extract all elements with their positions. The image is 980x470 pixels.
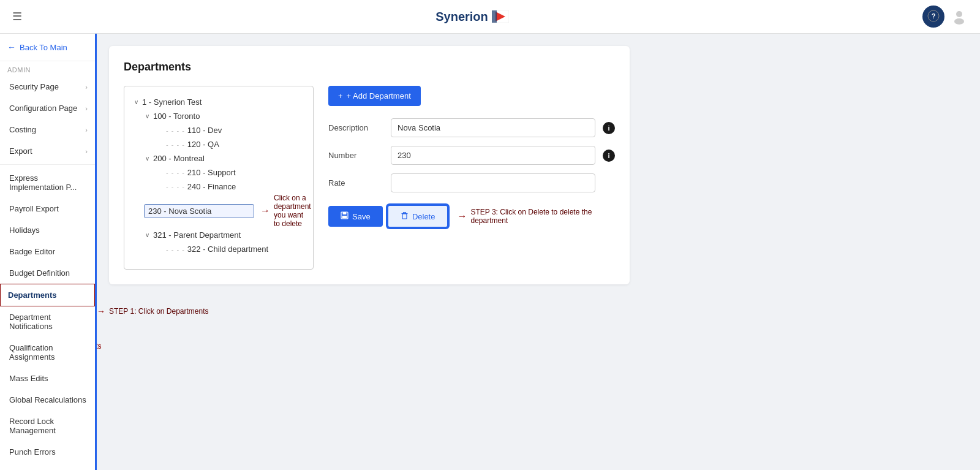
dept-form: + + Add Department Description i Number … — [328, 86, 615, 228]
sidebar-item-export[interactable]: Export › — [0, 140, 95, 162]
chevron-icon: › — [85, 148, 88, 155]
page-title: Departments — [124, 61, 615, 74]
tree-dash-322: - - - - — [166, 246, 185, 253]
menu-icon[interactable]: ☰ — [12, 10, 22, 23]
tree-item-240[interactable]: - - - - 240 - Finance — [165, 180, 304, 194]
tree-item-100[interactable]: ∨ 100 - Toronto — [144, 109, 304, 123]
step3-text: STEP 3: Click on Delete to delete the de… — [470, 208, 615, 225]
description-label: Description — [328, 123, 383, 132]
svg-rect-2 — [492, 10, 497, 23]
tree-label-230: 230 - Nova Scotia — [148, 207, 211, 216]
main-content: STEP 1: Click on Departments Departments… — [97, 34, 980, 470]
sidebar-item-badge-editor[interactable]: Badge Editor — [0, 241, 95, 262]
tree-dash-210: - - - - — [166, 169, 185, 176]
tree-item-120[interactable]: - - - - 120 - QA — [165, 137, 304, 151]
chevron-icon: › — [85, 105, 88, 112]
step3-arrow-icon: → — [457, 211, 467, 222]
step1-label: STEP 1: Click on Departments — [109, 307, 209, 316]
delete-button[interactable]: Delete — [387, 205, 449, 228]
description-row: Description i — [328, 118, 615, 137]
sidebar-label-export: Export — [9, 146, 32, 156]
svg-rect-13 — [403, 213, 405, 214]
logo-flag-icon — [492, 10, 509, 23]
number-label: Number — [328, 151, 383, 160]
step3-annotation: → STEP 3: Click on Delete to delete the … — [457, 208, 615, 225]
svg-rect-10 — [342, 216, 347, 219]
number-row: Number i — [328, 146, 615, 165]
tree-label-100: 100 - Toronto — [153, 112, 200, 121]
sidebar-item-holidays[interactable]: Holidays — [0, 219, 95, 241]
tree-item-200[interactable]: ∨ 200 - Montreal — [144, 151, 304, 165]
sidebar-item-payroll-export[interactable]: Payroll Export — [0, 198, 95, 219]
tree-label-322: 322 - Child department — [187, 244, 268, 254]
add-dept-plus-icon: + — [338, 91, 343, 100]
tree-item-110[interactable]: - - - - 110 - Dev — [165, 123, 304, 137]
tree-item-321[interactable]: ∨ 321 - Parent Department — [144, 228, 304, 242]
sidebar-item-express[interactable]: Express Implementation P... — [0, 167, 95, 198]
tree-item-210[interactable]: - - - - 210 - Support — [165, 165, 304, 180]
sidebar-item-security-page[interactable]: Security Page › — [0, 76, 95, 97]
delete-trash-icon — [401, 211, 409, 221]
tree-chevron-1: ∨ — [134, 99, 138, 105]
tree-item-322[interactable]: - - - - 322 - Child department — [165, 242, 304, 256]
sidebar-item-global-recalc[interactable]: Global Recalculations — [0, 389, 95, 411]
sidebar-label-punch: Punch Errors — [9, 447, 56, 457]
rate-input[interactable] — [391, 173, 595, 192]
help-button[interactable]: ? — [922, 6, 944, 28]
content-card: Departments ∨ 1 - Synerion Test ∨ 100 - … — [109, 46, 630, 284]
sidebar-label-global: Global Recalculations — [9, 395, 86, 404]
layout: ← Back To Main ADMIN Security Page › Con… — [0, 34, 980, 470]
divider — [0, 164, 95, 165]
sidebar-item-record-lock[interactable]: Record Lock Management — [0, 411, 95, 441]
sidebar-label-security: Security Page — [9, 82, 59, 91]
tree-item-230-wrapper: 230 - Nova Scotia → Click on a departmen… — [133, 194, 304, 228]
save-icon — [341, 211, 349, 221]
step1-annotation: STEP 1: Click on Departments — [97, 342, 102, 351]
tree-label-120: 120 - QA — [187, 140, 219, 149]
sidebar-item-configuration-page[interactable]: Configuration Page › — [0, 97, 95, 119]
sidebar-item-punch-errors[interactable]: Punch Errors — [0, 441, 95, 463]
user-avatar-icon — [951, 8, 968, 25]
sidebar-item-costing[interactable]: Costing › — [0, 119, 95, 140]
description-info-icon[interactable]: i — [603, 122, 615, 134]
logo: Synerion — [435, 10, 509, 24]
tree-chevron-200: ∨ — [145, 155, 149, 162]
sidebar-item-dept-notifications[interactable]: Department Notifications — [0, 306, 95, 337]
tree-label-210: 210 - Support — [187, 168, 236, 177]
sidebar-label-record: Record Lock Management — [9, 417, 88, 435]
back-to-main[interactable]: ← Back To Main — [0, 34, 95, 61]
delete-label: Delete — [412, 212, 435, 221]
sidebar-item-budget-definition[interactable]: Budget Definition — [0, 262, 95, 284]
add-department-button[interactable]: + + Add Department — [328, 86, 421, 106]
sidebar: ← Back To Main ADMIN Security Page › Con… — [0, 34, 97, 470]
step1-arrow-icon: → — [97, 306, 105, 316]
number-input[interactable] — [391, 146, 595, 165]
sidebar-label-configuration: Configuration Page — [9, 104, 77, 113]
back-label: Back To Main — [20, 43, 67, 52]
logo-text: Synerion — [435, 10, 488, 24]
rate-label: Rate — [328, 178, 383, 188]
tree-chevron-321: ∨ — [145, 232, 149, 238]
description-input[interactable] — [391, 118, 595, 137]
sidebar-item-qualification[interactable]: Qualification Assignments — [0, 337, 95, 368]
svg-rect-9 — [343, 212, 347, 214]
tree-dash-240: - - - - — [166, 183, 185, 191]
sidebar-label-express: Express Implementation P... — [9, 173, 88, 192]
svg-point-6 — [956, 11, 962, 17]
sidebar-label-costing: Costing — [9, 125, 36, 134]
sidebar-label-dept-notif: Department Notifications — [9, 313, 88, 331]
save-button[interactable]: Save — [328, 206, 383, 227]
sidebar-item-departments[interactable]: Departments — [0, 284, 95, 306]
tree-label-240: 240 - Finance — [187, 182, 236, 191]
number-info-icon[interactable]: i — [603, 150, 615, 162]
sidebar-item-mass-edits[interactable]: Mass Edits — [0, 368, 95, 389]
form-actions-row: Save Delete — [328, 205, 615, 228]
svg-rect-11 — [402, 214, 407, 219]
sidebar-label-holidays: Holidays — [9, 226, 40, 235]
sidebar-section-label: ADMIN — [0, 61, 95, 76]
save-label: Save — [352, 212, 371, 221]
sidebar-label-payroll: Payroll Export — [9, 204, 59, 213]
header-left: ☰ — [12, 10, 22, 23]
tree-item-1[interactable]: ∨ 1 - Synerion Test — [133, 95, 304, 109]
tree-item-230[interactable]: 230 - Nova Scotia — [144, 204, 254, 218]
